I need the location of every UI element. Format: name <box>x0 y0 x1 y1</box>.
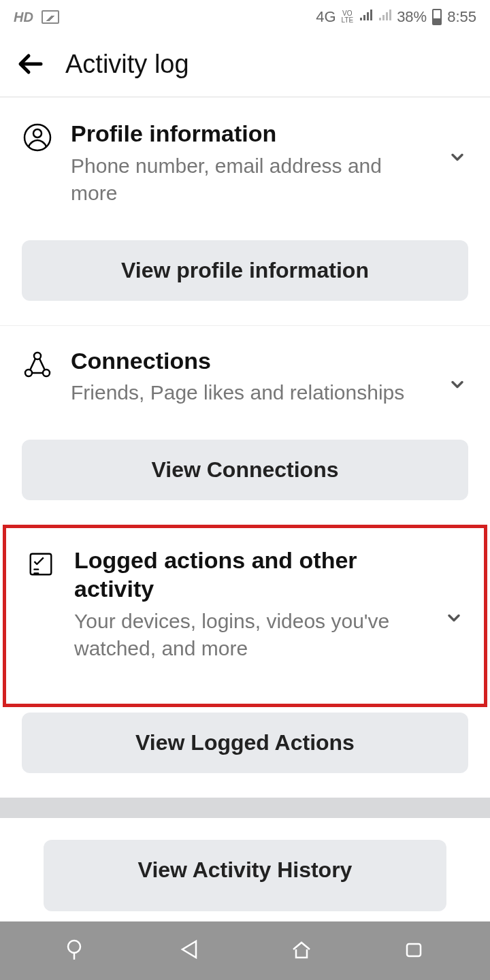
section-profile-row[interactable]: Profile information Phone number, email … <box>22 119 468 208</box>
connections-subtitle: Friends, Page likes and relationships <box>71 379 429 407</box>
back-button[interactable] <box>16 49 46 79</box>
profile-subtitle: Phone number, email address and more <box>71 152 429 208</box>
logged-title: Logged actions and other activity <box>74 546 425 604</box>
nav-search-icon[interactable] <box>63 936 91 966</box>
section-profile: Profile information Phone number, email … <box>0 97 490 301</box>
profile-icon <box>22 122 53 153</box>
divider-strip <box>0 798 490 818</box>
nav-recent-icon[interactable] <box>400 936 427 966</box>
view-connections-button[interactable]: View Connections <box>22 440 468 500</box>
svg-rect-7 <box>407 944 421 956</box>
svg-point-3 <box>25 370 32 376</box>
hd-indicator: HD <box>14 10 33 25</box>
network-type: 4G <box>316 8 336 26</box>
section-logged-highlight: Logged actions and other activity Your d… <box>3 525 487 707</box>
svg-point-4 <box>43 370 50 376</box>
chevron-down-icon <box>443 607 465 629</box>
nav-home-icon[interactable] <box>288 936 315 966</box>
section-connections: Connections Friends, Page likes and rela… <box>0 325 490 500</box>
section-connections-row[interactable]: Connections Friends, Page likes and rela… <box>22 346 468 407</box>
chevron-down-icon <box>446 374 468 395</box>
app-header: Activity log <box>0 34 490 97</box>
svg-rect-5 <box>31 553 52 574</box>
section-logged-row[interactable]: Logged actions and other activity Your d… <box>25 546 465 663</box>
volte-icon: VOLTE <box>342 10 354 24</box>
connections-title: Connections <box>71 346 429 376</box>
chevron-down-icon <box>446 146 468 168</box>
svg-point-6 <box>68 941 80 953</box>
view-logged-actions-button[interactable]: View Logged Actions <box>22 713 468 773</box>
signal-icon-1 <box>359 8 372 26</box>
status-bar: HD 4G VOLTE 38% 8:55 <box>0 0 490 34</box>
connections-icon <box>22 349 53 380</box>
battery-icon <box>432 9 442 25</box>
profile-title: Profile information <box>71 119 429 148</box>
signal-icon-2 <box>378 8 391 26</box>
screenshot-icon <box>42 10 59 24</box>
svg-point-2 <box>34 353 41 359</box>
view-profile-button[interactable]: View profile information <box>22 240 468 301</box>
nav-back-icon[interactable] <box>176 936 203 966</box>
battery-percent: 38% <box>397 8 427 26</box>
svg-point-1 <box>33 129 42 137</box>
system-nav-bar <box>0 921 490 980</box>
logged-subtitle: Your devices, logins, videos you've watc… <box>74 608 425 663</box>
clock: 8:55 <box>447 8 476 26</box>
page-title: Activity log <box>65 50 189 79</box>
logged-actions-icon <box>25 549 56 580</box>
view-activity-history-button[interactable]: View Activity History <box>44 840 446 911</box>
